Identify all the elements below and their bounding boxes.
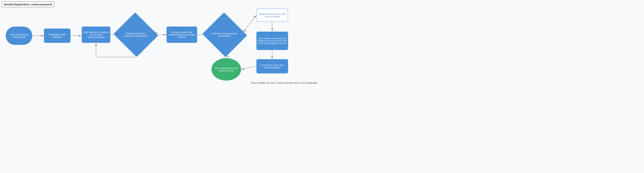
node-create-account: User attempt to create an account with e… xyxy=(82,26,110,43)
node-reg-wall: Registration wall displayed xyxy=(44,28,70,43)
node-ask-login: User ask for login using email+password xyxy=(256,59,288,73)
node-authenticated: User authenticated and signed into site xyxy=(212,58,241,81)
node-password-check: Password meets the password requirements xyxy=(120,19,152,50)
node-account-created: Account created with email+password as a… xyxy=(166,26,197,43)
node-need-verify: Does the account need to be verified? xyxy=(208,19,241,50)
node-websocket: WebSocket event for email communication xyxy=(256,8,288,22)
footnote: *Nonce validity: 24 hours. Nonce expirat… xyxy=(250,82,318,84)
svg-line-12 xyxy=(242,66,256,69)
node-anon-user: User anonymously browsing site xyxy=(6,26,32,45)
diagram-container: Identity Registration: email+password Ye… xyxy=(0,0,322,86)
node-verify-link: User verifies the account by clicking on… xyxy=(256,32,288,50)
diagram-title: Identity Registration: email+password xyxy=(2,2,54,7)
